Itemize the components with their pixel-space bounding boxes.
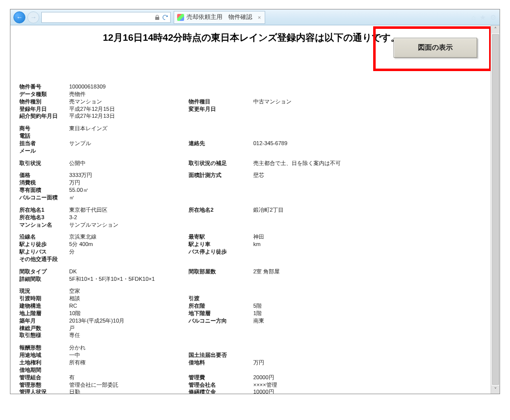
field-value: [253, 351, 484, 359]
field-value: 100000618309: [69, 83, 189, 90]
nav-back-button[interactable]: ←: [13, 11, 25, 23]
field-block: 間取タイプDK間取部屋数2室 角部屋詳細間取5F和10×1・5F洋10×1・5F…: [19, 268, 484, 283]
field-row: 駅よりバス分バス停より徒歩: [19, 248, 484, 255]
field-value: 10階: [69, 310, 189, 317]
address-bar[interactable]: [41, 12, 171, 23]
field-value: 管理会社に一部委託: [69, 381, 189, 389]
field-value: 公開中: [69, 160, 189, 167]
field-value: 売物件: [69, 90, 189, 98]
field-value: RC: [69, 302, 189, 310]
field-value: 3-2: [69, 214, 189, 221]
field-row: データ種類売物件: [19, 90, 484, 98]
field-value: 神田: [253, 233, 484, 241]
field-value: 2013年(平成25年)10月: [69, 317, 189, 325]
field-label: 棟総戸数: [19, 325, 69, 332]
arrow-left-icon: ←: [16, 13, 23, 21]
scroll-down-icon[interactable]: ˅: [491, 386, 500, 394]
field-label: 所在地名3: [19, 214, 69, 221]
field-label: バルコニー面積: [19, 194, 69, 201]
field-row: 登録年月日平成27年12月15日変更年月日: [19, 105, 484, 113]
field-value: 5F和10×1・5F洋10×1・5FDK10×1: [69, 275, 189, 283]
field-value: サンプル: [69, 140, 189, 147]
field-block: 価格3333万円面積計測方式壁芯消費税万円専有面積55.00㎡バルコニー面積㎡: [19, 171, 484, 201]
field-value: 万円: [69, 179, 189, 186]
field-row: 所在地名33-2: [19, 214, 484, 221]
field-block: 所在地名1東京都千代田区所在地名2鍛冶町2丁目所在地名33-2マンション名サンプ…: [19, 206, 484, 229]
field-label: 価格: [19, 171, 69, 179]
browser-window: ← → 売却依頼主用 物件確認 × ⌂ ★ ⚙ 12月16日14時42分時点の東…: [10, 9, 500, 394]
field-label: バルコニー方向: [189, 317, 253, 325]
field-value: 一中: [69, 351, 189, 359]
field-row: 沿線名京浜東北線最寄駅神田: [19, 233, 484, 241]
field-value: 20000円: [253, 374, 484, 381]
field-value: 有: [69, 374, 189, 381]
field-value: 南東: [253, 317, 484, 325]
field-label: 変更年月日: [189, 105, 253, 113]
favorites-icon[interactable]: ★: [480, 13, 486, 21]
field-value: [69, 366, 189, 374]
field-label: 所在地名2: [189, 206, 253, 214]
field-label: 取引状況の補足: [189, 160, 253, 167]
field-value: DK: [69, 268, 189, 275]
field-value: [69, 147, 189, 155]
field-value: サンプルマンション: [69, 221, 189, 229]
highlight-box: 図面の表示: [373, 26, 491, 71]
field-label: 物件番号: [19, 83, 69, 90]
field-value: ××××管理: [253, 381, 484, 389]
tab-title: 売却依頼主用 物件確認: [187, 13, 252, 21]
field-value: 日勤: [69, 388, 189, 394]
scroll-up-icon[interactable]: ˄: [491, 25, 500, 33]
field-block: 現況空家引渡時期相談引渡建物構造RC所在階5階地上階層10階地下階層1階築年月2…: [19, 287, 484, 339]
field-row: 電話: [19, 132, 484, 140]
display-drawing-button[interactable]: 図面の表示: [394, 38, 477, 58]
field-row: 物件番号100000618309: [19, 83, 484, 90]
field-row: 管理形態管理会社に一部委託管理会社名××××管理: [19, 381, 484, 389]
field-label: マンション名: [19, 221, 69, 229]
field-label: 報酬形態: [19, 344, 69, 351]
field-row: 駅より徒歩5分 400m駅より車km: [19, 241, 484, 248]
toolbar-right: ⌂ ★ ⚙: [472, 13, 497, 21]
home-icon[interactable]: ⌂: [472, 13, 476, 21]
field-label: バス停より徒歩: [189, 248, 253, 255]
field-row: 紹介契約年月日平成27年12月13日: [19, 112, 484, 120]
field-label: 電話: [19, 132, 69, 140]
field-row: 現況空家: [19, 287, 484, 295]
field-value: 壁芯: [253, 171, 484, 179]
browser-tab[interactable]: 売却依頼主用 物件確認 ×: [174, 11, 265, 24]
field-row: 管理組合有管理費20000円: [19, 374, 484, 381]
field-row: バルコニー面積㎡: [19, 194, 484, 201]
field-row: 報酬形態分かれ: [19, 344, 484, 351]
field-value: [69, 132, 189, 140]
nav-forward-button[interactable]: →: [27, 11, 39, 23]
field-label: その他交通手段: [19, 255, 69, 263]
field-value: 相談: [69, 295, 189, 302]
scroll-thumb[interactable]: [492, 34, 499, 385]
field-value: 中古マンション: [253, 98, 484, 105]
close-icon[interactable]: ×: [258, 14, 261, 20]
field-label: 土地権利: [19, 359, 69, 366]
field-label: 詳細間取: [19, 275, 69, 283]
field-label: 駅より徒歩: [19, 241, 69, 248]
field-label: データ種類: [19, 90, 69, 98]
field-row: 建物構造RC所在階5階: [19, 302, 484, 310]
field-label: 間取タイプ: [19, 268, 69, 275]
field-label: 物件種目: [189, 98, 253, 105]
field-value: 1階: [253, 310, 484, 317]
field-row: 地上階層10階地下階層1階: [19, 310, 484, 317]
refresh-icon[interactable]: [162, 14, 168, 20]
field-row: 管理人状況日勤修繕積立金10000円: [19, 388, 484, 394]
field-row: その他交通手段: [19, 255, 484, 263]
field-block: 報酬形態分かれ用途地域一中国土法届出要否土地権利所有権借地料万円借地期間管理組合…: [19, 344, 484, 394]
field-row: 借地期間: [19, 366, 484, 374]
field-row: 商号東日本レインズ: [19, 125, 484, 132]
field-label: 駅よりバス: [19, 248, 69, 255]
field-value: 京浜東北線: [69, 233, 189, 241]
vertical-scrollbar[interactable]: ˄ ˅: [491, 25, 500, 394]
field-row: 引渡時期相談引渡: [19, 295, 484, 302]
field-value: 平成27年12月13日: [69, 112, 189, 120]
field-label: 管理人状況: [19, 388, 69, 394]
settings-icon[interactable]: ⚙: [490, 13, 497, 21]
field-value: 売マンション: [69, 98, 189, 105]
field-value: 5分 400m: [69, 241, 189, 248]
field-label: 地上階層: [19, 310, 69, 317]
